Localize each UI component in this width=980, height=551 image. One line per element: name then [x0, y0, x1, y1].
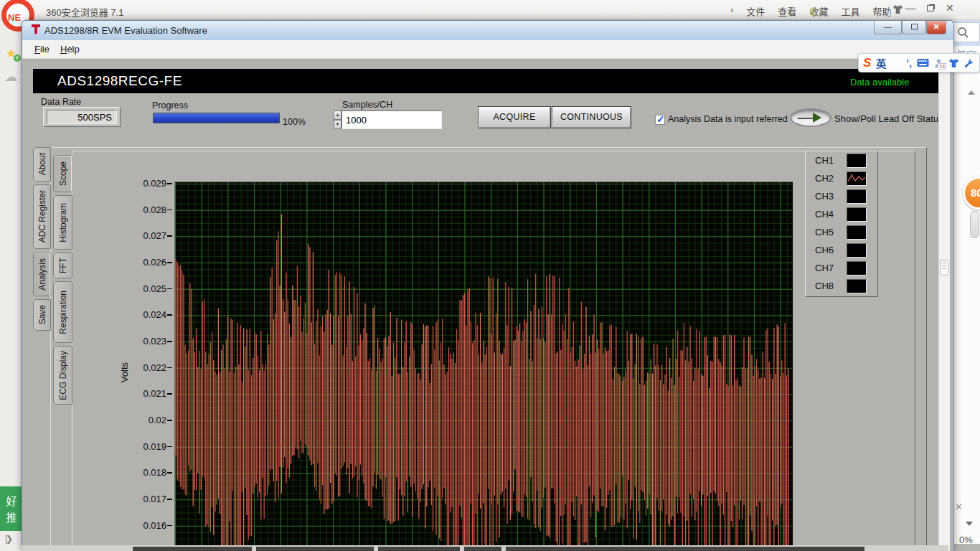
- y-tick-label: 0.025: [129, 283, 166, 294]
- ch3-plot-swatch: [847, 189, 867, 204]
- tab-about[interactable]: About: [33, 147, 51, 182]
- moon-icon[interactable]: [891, 58, 901, 68]
- tab-adc-register[interactable]: ADC Register: [33, 184, 51, 249]
- legend-row-ch4[interactable]: CH4: [805, 206, 878, 224]
- legend-row-ch5[interactable]: CH5: [805, 224, 878, 242]
- legend-row-ch6[interactable]: CH6: [805, 242, 878, 260]
- y-tick-label: 0.022: [129, 362, 166, 373]
- statusbar-close-icon[interactable]: ✕: [955, 501, 963, 512]
- lead-off-toggle[interactable]: [790, 108, 831, 127]
- y-tick-label: 0.017: [129, 494, 166, 504]
- browser-menu-favorites[interactable]: 收藏: [809, 4, 828, 18]
- toggle-arrow-icon: [813, 113, 821, 123]
- keyboard-icon[interactable]: [917, 58, 929, 67]
- ime-language-toggle[interactable]: 英: [876, 56, 886, 70]
- legend-row-ch3[interactable]: CH3: [805, 188, 878, 206]
- ch4-plot-swatch: [847, 207, 867, 222]
- scope-plot-canvas[interactable]: [175, 182, 792, 550]
- app-window: ADS1298/8R EVM Evaluation Software — ✕ F…: [0, 0, 980, 551]
- samples-spinner: ▲ ▼: [334, 110, 341, 129]
- input-referred-checkbox[interactable]: [655, 115, 665, 125]
- app-window-title: ADS1298/8R EVM Evaluation Software: [44, 25, 207, 36]
- bottom-segment: [506, 547, 864, 551]
- ch5-plot-swatch: [847, 225, 867, 240]
- wrench-icon[interactable]: [964, 58, 974, 68]
- progress-label: Progress: [152, 100, 188, 110]
- tab-histogram[interactable]: Histogram: [53, 195, 72, 250]
- continuous-button[interactable]: CONTINUOUS: [552, 106, 631, 128]
- tab-scope[interactable]: Scope: [53, 155, 72, 192]
- device-title: ADS1298RECG-FE: [57, 73, 182, 89]
- tab-save[interactable]: Save: [33, 299, 51, 331]
- banner-char-1: 好: [6, 493, 17, 508]
- legend-row-ch8[interactable]: CH8: [805, 278, 878, 296]
- browser-menu-view[interactable]: 查看: [778, 4, 796, 18]
- bottom-segment: [256, 547, 374, 551]
- browser-restore-button[interactable]: [927, 2, 934, 14]
- app-menu-file[interactable]: File: [34, 44, 50, 55]
- legend-row-ch2[interactable]: CH2: [805, 170, 878, 188]
- skin-shirt-icon[interactable]: [892, 4, 903, 17]
- legend-row-ch1[interactable]: CH1: [805, 152, 878, 170]
- sogou-logo-icon[interactable]: S: [863, 56, 871, 70]
- ime-account-badge: 14: [938, 63, 946, 70]
- titlebar-separator: [890, 3, 890, 17]
- y-tick-label: 0.02: [129, 415, 166, 425]
- app-vertical-scrollbar[interactable]: [938, 61, 950, 551]
- spinner-down-button[interactable]: ▼: [334, 120, 341, 129]
- search-icon[interactable]: [957, 27, 969, 42]
- ime-account-icon[interactable]: 14: [934, 58, 943, 68]
- browser-title: 360安全浏览器 7.1: [46, 5, 123, 19]
- add-favorite-plus-icon: +: [14, 55, 21, 62]
- ime-punctuation-toggle[interactable]: ’,: [906, 57, 912, 69]
- scrollbar-grip[interactable]: [940, 260, 948, 276]
- progress-percent: 100%: [283, 117, 306, 127]
- scroll-up-icon[interactable]: [968, 90, 975, 95]
- browser-close-button[interactable]: ✕: [946, 2, 954, 14]
- y-tick-label: 0.021: [129, 388, 166, 399]
- browser-menu-help[interactable]: 帮助: [872, 4, 891, 18]
- app-menu-help[interactable]: Help: [60, 44, 80, 55]
- app-close-button[interactable]: ✕: [926, 21, 946, 34]
- y-tick-label: 0.023: [129, 336, 166, 347]
- progress-bar: [153, 113, 280, 123]
- ch1-plot-swatch: [847, 154, 867, 168]
- data-rate-value[interactable]: 500SPS: [47, 110, 117, 124]
- app-menubar: [22, 40, 953, 59]
- zoom-dropdown-icon[interactable]: [966, 522, 973, 526]
- bottom-segment: [133, 547, 252, 551]
- samples-label: Samples/CH: [342, 100, 392, 110]
- acquire-button[interactable]: ACQUIRE: [478, 106, 551, 128]
- chevron-right-icon[interactable]: ›: [730, 4, 733, 18]
- legend-row-ch7[interactable]: CH7: [805, 260, 878, 278]
- tab-respiration[interactable]: Respiration: [53, 281, 72, 343]
- zoom-status: 0%: [959, 534, 973, 545]
- tab-ecg-display[interactable]: ECG Display: [53, 346, 72, 405]
- browser-menu-file[interactable]: 文件: [746, 4, 765, 18]
- browser-minimize-button[interactable]: —: [905, 2, 915, 14]
- ch6-plot-swatch: [847, 243, 867, 258]
- y-tick-label: 0.016: [129, 520, 166, 531]
- tab-fft[interactable]: FFT: [53, 253, 72, 278]
- ch8-plot-swatch: [847, 279, 867, 293]
- app-minimize-button[interactable]: —: [874, 21, 902, 34]
- cloud-sync-icon[interactable]: ☁: [4, 69, 17, 85]
- y-tick-label: 0.028: [129, 204, 166, 215]
- spinner-up-button[interactable]: ▲: [334, 110, 341, 120]
- samples-input[interactable]: 1000: [341, 110, 442, 129]
- y-tick-label: 0.018: [129, 467, 166, 478]
- y-axis-title: Volts: [119, 362, 130, 382]
- data-available-status: Data available: [850, 77, 909, 88]
- sidebar-expand-icon[interactable]: |❯: [5, 534, 11, 544]
- y-tick-label: 0.027: [129, 230, 166, 241]
- promo-banner[interactable]: 好 推: [0, 486, 23, 531]
- tab-analysis[interactable]: Analysis: [33, 252, 51, 296]
- y-tick-label: 0.024: [129, 309, 166, 320]
- app-restore-button[interactable]: [902, 21, 926, 34]
- input-referred-label: Analysis Data is input referred: [668, 114, 788, 124]
- side-handle[interactable]: [970, 211, 979, 238]
- y-tick-label: 0.029: [129, 178, 166, 189]
- browser-menu-tools[interactable]: 工具: [841, 4, 859, 18]
- desktop: 360安全浏览器 7.1 › 文件 查看 收藏 工具 帮助 — ✕ NE ★ +…: [0, 0, 980, 551]
- skin-shirt-icon[interactable]: [948, 58, 959, 68]
